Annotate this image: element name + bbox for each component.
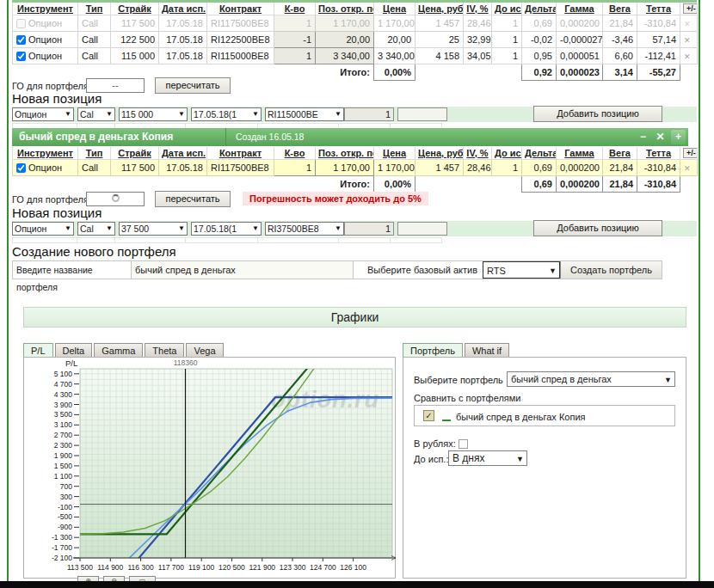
instrument-select[interactable]: Опцион▼ xyxy=(12,222,74,236)
tab-delta[interactable]: Delta xyxy=(55,343,93,357)
column-header: Цена, руб. xyxy=(415,3,464,15)
base-asset-value: RTS xyxy=(487,266,506,276)
add-panel-icon[interactable]: + xyxy=(671,130,686,144)
column-sort-link[interactable]: Тип xyxy=(86,3,103,14)
tab-портфель[interactable]: Портфель xyxy=(403,343,463,357)
type-select[interactable]: Cal▼ xyxy=(77,222,115,236)
column-sort-link[interactable]: До исп. xyxy=(495,148,522,158)
rubles-checkbox[interactable] xyxy=(459,439,468,449)
column-sort-link[interactable]: До исп. xyxy=(495,3,522,14)
column-sort-link[interactable]: Цена xyxy=(383,3,406,14)
column-sort-link[interactable]: К-во xyxy=(285,3,305,14)
delete-position-icon[interactable]: ✕ xyxy=(684,52,691,61)
column-sort-link[interactable]: К-во xyxy=(285,148,305,158)
instrument-select[interactable]: Опцион▼ xyxy=(12,107,74,121)
column-sort-link[interactable]: Страйк xyxy=(118,3,151,14)
svg-text:P/L: P/L xyxy=(65,358,77,368)
column-sort-link[interactable]: Тетта xyxy=(646,3,671,14)
position-enabled-checkbox[interactable] xyxy=(16,52,26,61)
cell-qty[interactable]: 1 xyxy=(274,15,316,31)
expand-columns-button[interactable]: +/- xyxy=(683,3,698,14)
new-position-heading: Новая позиция xyxy=(12,205,102,220)
column-sort-link[interactable]: Контракт xyxy=(219,148,262,158)
column-sort-link[interactable]: Тип xyxy=(86,148,103,158)
recalc-button[interactable]: пересчитать xyxy=(155,77,231,94)
contract-select[interactable]: RI37500BE8▼ xyxy=(265,222,344,236)
type-select[interactable]: Cal▼ xyxy=(77,107,115,121)
tab-gamma[interactable]: Gamma xyxy=(94,343,143,357)
cell-strike: 115 000 xyxy=(111,47,159,64)
collapse-panel-icon[interactable]: − xyxy=(636,130,650,144)
column-sort-link[interactable]: Поз. откр. по xyxy=(318,3,374,14)
strike-select[interactable]: 37 500▼ xyxy=(119,222,188,236)
expiry-select[interactable]: 17.05.18(1▼ xyxy=(191,107,262,121)
delete-position-icon[interactable]: ✕ xyxy=(684,36,691,45)
column-sort-link[interactable]: Вега xyxy=(609,3,631,14)
portfolio-select[interactable]: бычий спред в деньгах ▼ xyxy=(507,371,675,387)
delete-position-icon[interactable]: ✕ xyxy=(684,164,691,173)
header-divider xyxy=(225,128,226,146)
compare-portfolio-checkbox[interactable]: ✓ xyxy=(423,410,434,421)
cell-qty[interactable]: -1 xyxy=(274,31,316,47)
position-enabled-checkbox[interactable] xyxy=(16,35,26,45)
chevron-down-icon: ▼ xyxy=(335,108,342,120)
cell-qty[interactable]: 1 xyxy=(274,159,316,175)
column-sort-link[interactable]: Гамма xyxy=(564,148,594,158)
cell-delete: ✕ xyxy=(680,31,698,47)
add-position-button[interactable]: Добавить позицию xyxy=(533,106,662,122)
column-sort-link[interactable]: Инструмент xyxy=(17,148,73,158)
column-sort-link[interactable]: Дата исп. xyxy=(162,3,206,14)
cell-pos[interactable]: 3 340,00 xyxy=(316,47,374,64)
add-position-button[interactable]: Добавить позицию xyxy=(533,220,662,236)
days-select[interactable]: В днях ▼ xyxy=(448,450,527,466)
position-enabled-checkbox[interactable] xyxy=(16,19,26,28)
expiry-select[interactable]: 17.05.18(1▼ xyxy=(191,222,262,236)
column-sort-link[interactable]: Тетта xyxy=(646,148,671,158)
quantity-input[interactable]: 1 xyxy=(344,222,394,236)
column-header: Вега xyxy=(603,147,637,159)
compare-portfolio-label: бычий спред в деньгах Копия xyxy=(456,412,585,422)
portfolio-name-input[interactable]: бычий спред в деньгах xyxy=(132,261,354,279)
days-label: До исп.: xyxy=(414,454,448,464)
column-header: До исп. xyxy=(492,147,522,159)
column-sort-link[interactable]: Поз. откр. по xyxy=(318,148,374,158)
tab-theta[interactable]: Theta xyxy=(145,343,184,357)
price-input[interactable] xyxy=(397,222,447,236)
column-sort-link[interactable]: Цена, руб. xyxy=(418,3,464,14)
expand-columns-button[interactable]: +/- xyxy=(683,148,698,158)
column-sort-link[interactable]: Инструмент xyxy=(17,3,73,14)
column-header: Инструмент xyxy=(13,147,78,159)
recalc-button[interactable]: пересчитать xyxy=(155,191,231,207)
column-sort-link[interactable]: Цена, руб. xyxy=(418,148,464,158)
column-sort-link[interactable]: Гамма xyxy=(564,3,594,14)
price-input[interactable] xyxy=(397,107,447,121)
close-panel-icon[interactable]: ✕ xyxy=(653,130,668,144)
column-sort-link[interactable]: IV, % xyxy=(466,3,488,14)
strike-select[interactable]: 115 000▼ xyxy=(119,107,188,121)
select-value: RI115000BE xyxy=(268,108,331,120)
column-sort-link[interactable]: Вега xyxy=(609,148,631,158)
cell-qty[interactable]: 1 xyxy=(274,47,316,64)
contract-select[interactable]: RI115000BE▼ xyxy=(265,107,344,121)
go-input[interactable] xyxy=(86,192,145,206)
delete-position-icon[interactable]: ✕ xyxy=(684,20,691,28)
column-sort-link[interactable]: Дата исп. xyxy=(162,148,206,158)
column-sort-link[interactable]: Страйк xyxy=(118,148,151,158)
tab-p-l[interactable]: P/L xyxy=(23,343,53,357)
base-asset-select[interactable]: RTS ▼ xyxy=(483,261,560,279)
cell-pos[interactable]: 20,00 xyxy=(316,31,374,47)
portfolio1-table: ИнструментТипСтрайкДата исп.КонтрактК-во… xyxy=(12,3,698,81)
quantity-input[interactable]: 1 xyxy=(344,107,394,121)
tab-what-if[interactable]: What if xyxy=(465,343,509,357)
column-sort-link[interactable]: Цена xyxy=(383,148,406,158)
create-portfolio-button[interactable]: Создать портфель xyxy=(560,261,662,279)
cell-pos[interactable]: 1 170,00 xyxy=(316,15,374,31)
cell-pos[interactable]: 1 170,00 xyxy=(316,159,374,175)
column-sort-link[interactable]: Дельта xyxy=(525,148,557,158)
column-sort-link[interactable]: IV, % xyxy=(466,148,488,158)
position-enabled-checkbox[interactable] xyxy=(16,163,26,173)
column-sort-link[interactable]: Контракт xyxy=(219,3,262,14)
cell-vega: 6,60 xyxy=(603,47,637,64)
column-sort-link[interactable]: Дельта xyxy=(525,3,557,14)
tab-vega[interactable]: Vega xyxy=(186,343,223,357)
